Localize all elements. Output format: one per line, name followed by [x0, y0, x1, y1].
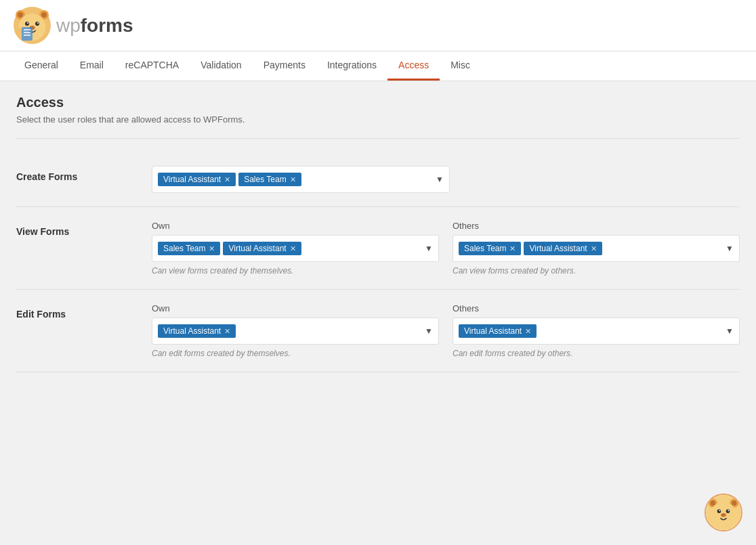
tag-virtual-assistant-view-own: Virtual Assistant ✕ — [223, 242, 301, 255]
view-forms-others-hint: Can view forms created by others. — [453, 266, 740, 276]
create-forms-label: Create Forms — [16, 166, 152, 182]
view-forms-others-group: Others Sales Team ✕ Virtual Assistant ✕ … — [453, 221, 740, 276]
tab-recaptcha[interactable]: reCAPTCHA — [114, 51, 190, 81]
edit-forms-others-select[interactable]: Virtual Assistant ✕ ▼ — [453, 318, 740, 345]
edit-forms-others-dropdown-arrow[interactable]: ▼ — [726, 326, 734, 336]
view-forms-own-group: Own Sales Team ✕ Virtual Assistant ✕ ▼ C… — [152, 221, 439, 276]
svg-point-3 — [18, 12, 23, 18]
nav-tabs: General Email reCAPTCHA Validation Payme… — [0, 51, 756, 81]
edit-forms-own-label: Own — [152, 303, 439, 313]
edit-forms-own-group: Own Virtual Assistant ✕ ▼ Can edit forms… — [152, 303, 439, 358]
view-forms-own-hint: Can view forms created by themselves. — [152, 266, 439, 276]
page-title: Access — [16, 95, 740, 110]
create-forms-select[interactable]: Virtual Assistant ✕ Sales Team ✕ ▼ — [152, 166, 450, 193]
remove-virtual-assistant-create[interactable]: ✕ — [224, 175, 230, 184]
view-forms-label: View Forms — [16, 221, 152, 237]
view-forms-own-dropdown-arrow[interactable]: ▼ — [425, 244, 433, 253]
view-forms-fields: Own Sales Team ✕ Virtual Assistant ✕ ▼ C… — [152, 221, 740, 276]
tab-payments[interactable]: Payments — [253, 51, 316, 81]
edit-forms-others-label: Others — [453, 303, 740, 313]
svg-point-9 — [37, 22, 39, 24]
edit-forms-others-hint: Can edit forms created by others. — [453, 349, 740, 358]
tag-sales-team-view-own: Sales Team ✕ — [158, 242, 220, 255]
create-forms-fields: Virtual Assistant ✕ Sales Team ✕ ▼ — [152, 166, 740, 193]
tag-sales-team-create: Sales Team ✕ — [238, 173, 301, 186]
header: wpforms — [0, 0, 756, 51]
logo-text: wpforms — [56, 15, 133, 37]
tab-general[interactable]: General — [14, 51, 69, 81]
tag-virtual-assistant-edit-others: Virtual Assistant ✕ — [459, 324, 537, 338]
svg-point-6 — [25, 22, 29, 26]
tab-email[interactable]: Email — [69, 51, 114, 81]
edit-forms-own-hint: Can edit forms created by themselves. — [152, 349, 439, 358]
edit-forms-others-group: Others Virtual Assistant ✕ ▼ Can edit fo… — [453, 303, 740, 358]
svg-point-4 — [41, 12, 47, 18]
view-forms-others-select[interactable]: Sales Team ✕ Virtual Assistant ✕ ▼ — [453, 235, 740, 262]
view-forms-others-dropdown-arrow[interactable]: ▼ — [726, 244, 734, 253]
tag-virtual-assistant-edit-own: Virtual Assistant ✕ — [158, 324, 236, 338]
main-content: Access Select the user roles that are al… — [0, 81, 756, 386]
remove-virtual-assistant-view-others[interactable]: ✕ — [591, 244, 597, 253]
tag-virtual-assistant-create: Virtual Assistant ✕ — [158, 173, 236, 186]
svg-point-7 — [35, 22, 39, 26]
tab-integrations[interactable]: Integrations — [316, 51, 387, 81]
remove-sales-team-view-others[interactable]: ✕ — [509, 244, 516, 253]
logo-bear-icon — [14, 7, 51, 44]
tab-access[interactable]: Access — [387, 51, 440, 81]
remove-virtual-assistant-edit-own[interactable]: ✕ — [224, 327, 230, 336]
svg-rect-12 — [22, 27, 33, 41]
logo-area: wpforms — [14, 7, 133, 44]
create-forms-dropdown-arrow[interactable]: ▼ — [436, 175, 444, 184]
edit-forms-own-select[interactable]: Virtual Assistant ✕ ▼ — [152, 318, 439, 345]
tab-validation[interactable]: Validation — [190, 51, 252, 81]
edit-forms-label: Edit Forms — [16, 303, 152, 320]
svg-point-8 — [27, 22, 28, 24]
edit-forms-row: Edit Forms Own Virtual Assistant ✕ ▼ Can… — [16, 290, 740, 372]
remove-sales-team-create[interactable]: ✕ — [290, 175, 296, 184]
edit-forms-fields: Own Virtual Assistant ✕ ▼ Can edit forms… — [152, 303, 740, 358]
view-forms-others-label: Others — [453, 221, 740, 231]
remove-sales-team-view-own[interactable]: ✕ — [209, 244, 215, 253]
divider — [16, 138, 740, 139]
view-forms-own-select[interactable]: Sales Team ✕ Virtual Assistant ✕ ▼ — [152, 235, 439, 262]
page-description: Select the user roles that are allowed a… — [16, 114, 740, 125]
tag-virtual-assistant-view-others: Virtual Assistant ✕ — [524, 242, 602, 255]
view-forms-row: View Forms Own Sales Team ✕ Virtual Assi… — [16, 207, 740, 290]
view-forms-own-label: Own — [152, 221, 439, 231]
tag-sales-team-view-others: Sales Team ✕ — [459, 242, 521, 255]
tab-misc[interactable]: Misc — [440, 51, 481, 81]
remove-virtual-assistant-view-own[interactable]: ✕ — [290, 244, 296, 253]
create-forms-field: Virtual Assistant ✕ Sales Team ✕ ▼ — [152, 166, 450, 193]
edit-forms-own-dropdown-arrow[interactable]: ▼ — [425, 326, 433, 336]
remove-virtual-assistant-edit-others[interactable]: ✕ — [525, 327, 531, 336]
create-forms-row: Create Forms Virtual Assistant ✕ Sales T… — [16, 152, 740, 207]
